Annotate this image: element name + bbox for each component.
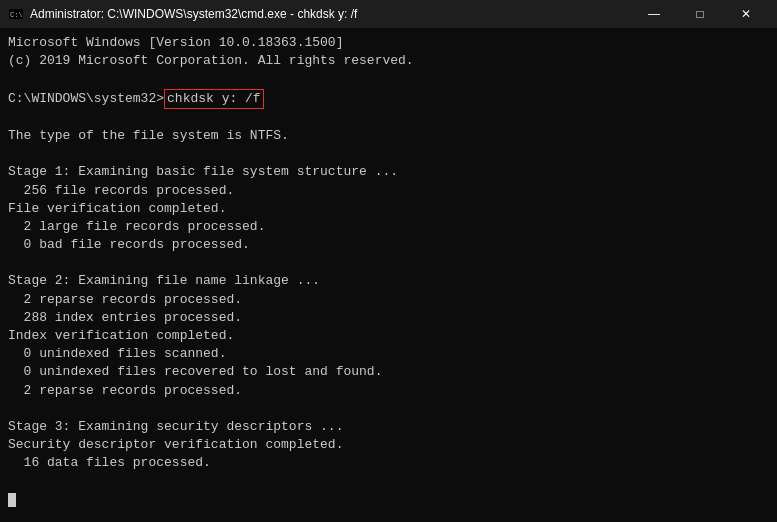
command-text: chkdsk y: /f (164, 89, 264, 109)
title-bar: C:\ Administrator: C:\WINDOWS\system32\c… (0, 0, 777, 28)
minimize-button[interactable]: — (631, 0, 677, 28)
command-line: C:\WINDOWS\system32>chkdsk y: /f (8, 89, 769, 109)
cursor-line (8, 492, 16, 507)
close-button[interactable]: ✕ (723, 0, 769, 28)
terminal-window[interactable]: Microsoft Windows [Version 10.0.18363.15… (0, 28, 777, 522)
svg-text:C:\: C:\ (10, 11, 23, 19)
cmd-icon: C:\ (8, 6, 24, 22)
window-title: Administrator: C:\WINDOWS\system32\cmd.e… (30, 7, 631, 21)
terminal-output: Microsoft Windows [Version 10.0.18363.15… (8, 34, 769, 509)
window-controls: — □ ✕ (631, 0, 769, 28)
prompt: C:\WINDOWS\system32> (8, 90, 164, 108)
maximize-button[interactable]: □ (677, 0, 723, 28)
terminal-cursor (8, 493, 16, 507)
